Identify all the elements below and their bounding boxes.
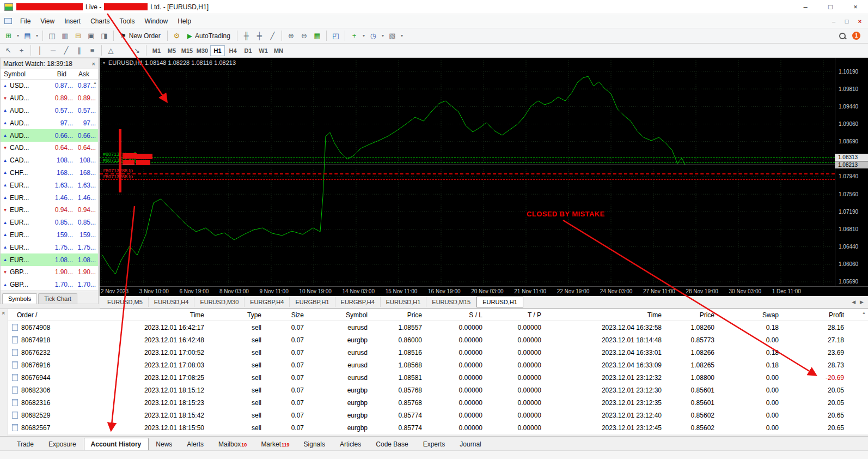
timeframe-button[interactable]: W1 [256, 45, 271, 56]
arrows-tool[interactable]: ↘ [131, 45, 143, 57]
chart-tab[interactable]: EURGBP,H4 [335, 297, 381, 307]
timeframe-button[interactable]: H1 [210, 45, 225, 56]
market-watch-toggle[interactable]: ◫ [46, 30, 58, 42]
timeframe-button[interactable]: M30 [195, 45, 210, 56]
channel-tool[interactable]: ∥ [73, 45, 85, 57]
market-watch-close-icon[interactable]: × [92, 61, 95, 67]
market-watch-tab[interactable]: Symbols [2, 293, 37, 304]
market-watch-row[interactable]: EUR... 1.08... 1.08... [1, 253, 98, 266]
history-column-header[interactable]: Order / [8, 311, 81, 319]
new-chart-button[interactable]: ⊞ [2, 30, 15, 42]
autotrading-button[interactable]: ▶ AutoTrading [184, 30, 234, 42]
notification-badge[interactable]: 1 [852, 32, 860, 40]
periods-dropdown-caret[interactable]: ▾ [380, 30, 386, 42]
terminal-tab[interactable]: Articles [333, 438, 369, 450]
line-chart-button[interactable]: ╱ [266, 30, 279, 42]
history-scroll-up[interactable]: ▲ [862, 311, 866, 315]
trendline-tool[interactable]: ╱ [60, 45, 72, 57]
menu-item[interactable]: Window [140, 14, 173, 28]
market-watch-row[interactable]: EUR... 1.46... 1.46... [1, 191, 98, 204]
market-watch-row[interactable]: GBP... 1.90... 1.90... [1, 266, 98, 279]
fibonacci-tool[interactable]: ≡ [86, 45, 99, 57]
history-row[interactable]: 80682306 2023.12.01 18:15:12 sell 0.07 e… [8, 384, 868, 396]
indicators-dropdown-caret[interactable]: ▾ [361, 30, 366, 42]
history-row[interactable]: 80682529 2023.12.01 18:15:42 sell 0.07 e… [8, 409, 868, 421]
menu-item[interactable]: Insert [59, 14, 85, 28]
market-watch-row[interactable]: AUD... 97... 97... [1, 117, 98, 129]
symbol-column-header[interactable]: Symbol [1, 70, 38, 78]
chart-tab[interactable]: EURUSD,M5 [102, 297, 149, 307]
market-watch-row[interactable]: EUR... 159... 159... [1, 229, 98, 241]
templates-button[interactable]: ▧ [386, 30, 399, 42]
terminal-tab[interactable]: Signals [297, 438, 333, 450]
history-row[interactable]: 80676916 2023.12.01 17:08:03 sell 0.07 e… [8, 359, 868, 371]
terminal-close-icon[interactable]: × [2, 310, 5, 316]
horizontal-line-tool[interactable]: ─ [47, 45, 59, 57]
history-column-header[interactable]: Time [81, 311, 204, 319]
new-chart-dropdown-caret[interactable]: ▾ [15, 30, 21, 42]
auto-arrange-button[interactable]: ▦ [311, 30, 323, 42]
history-row[interactable]: 80674918 2023.12.01 16:42:48 sell 0.07 e… [8, 334, 868, 346]
candlestick-chart-button[interactable]: ╪ [253, 30, 266, 42]
timeframe-button[interactable]: M1 [149, 45, 164, 56]
text-tool[interactable] [118, 45, 130, 57]
terminal-tab[interactable]: Account History [84, 438, 149, 450]
timeframe-button[interactable]: M15 [180, 45, 194, 56]
terminal-tab[interactable]: Alerts [180, 438, 211, 450]
market-watch-row[interactable]: CAD... 108... 108... [1, 154, 98, 167]
history-row[interactable]: 80674908 2023.12.01 16:42:17 sell 0.07 e… [8, 321, 868, 334]
profiles-button[interactable]: ▤ [21, 30, 34, 42]
market-watch-row[interactable]: GBP... 1.70... 1.70... [1, 279, 98, 291]
history-column-header[interactable]: Swap [714, 311, 779, 319]
history-column-header[interactable]: Price [662, 311, 714, 319]
history-row[interactable]: 80676232 2023.12.01 17:00:52 sell 0.07 e… [8, 346, 868, 359]
market-watch-row[interactable]: EUR... 0.94... 0.94... [1, 204, 98, 216]
timeframe-button[interactable]: H4 [225, 45, 240, 56]
chart-tab[interactable]: EURUSD,M15 [426, 297, 476, 307]
bid-column-header[interactable]: Bid [38, 70, 66, 78]
new-order-button[interactable]: ⚑ New Order [117, 30, 164, 42]
menu-item[interactable]: File [15, 14, 35, 28]
mdi-restore-button[interactable]: □ [842, 18, 852, 25]
data-window-toggle[interactable]: ▥ [59, 30, 71, 42]
history-column-header[interactable]: T / P [482, 311, 541, 319]
chart-tabs-scroll-right[interactable]: ▶ [860, 299, 864, 305]
minimize-button[interactable]: – [793, 0, 818, 14]
history-column-header[interactable]: S / L [422, 311, 482, 319]
cursor-tool[interactable]: ↖ [2, 45, 15, 57]
history-column-header[interactable]: Size [261, 311, 304, 319]
templates-dropdown-caret[interactable]: ▾ [399, 30, 405, 42]
vertical-line-tool[interactable]: │ [34, 45, 46, 57]
terminal-tab[interactable]: Trade [10, 438, 41, 450]
bar-chart-button[interactable]: ╫ [240, 30, 253, 42]
chart-tab[interactable]: EURUSD,H1 [381, 297, 427, 307]
menu-item[interactable]: Charts [85, 14, 114, 28]
navigator-toggle[interactable]: ⊟ [72, 30, 84, 42]
chart-tab[interactable]: EURGBP,H4 [244, 297, 290, 307]
market-watch-row[interactable]: CHF... 168... 168... [1, 167, 98, 179]
mdi-minimize-button[interactable]: – [829, 18, 839, 25]
history-row[interactable]: 80682567 2023.12.01 18:15:50 sell 0.07 e… [8, 421, 868, 434]
history-row[interactable]: 80682316 2023.12.01 18:15:23 sell 0.07 e… [8, 396, 868, 409]
market-watch-scroll-up[interactable]: ▲ [93, 81, 97, 84]
timeframe-button[interactable]: D1 [241, 45, 255, 56]
periods-button[interactable]: ◷ [367, 30, 380, 42]
metaeditor-button[interactable]: ⚙ [170, 30, 183, 42]
zoom-in-button[interactable]: ⊕ [285, 30, 297, 42]
market-watch-row[interactable]: EUR... 1.63... 1.63... [1, 179, 98, 191]
chart-tabs-scroll-left[interactable]: ◀ [852, 299, 855, 305]
market-watch-tab[interactable]: Tick Chart [38, 293, 77, 304]
market-watch-row[interactable]: EUR... 1.75... 1.75... [1, 241, 98, 253]
terminal-tab[interactable]: Experts [416, 438, 453, 450]
chart-tab[interactable]: EURUSD,M30 [194, 297, 244, 307]
market-watch-row[interactable]: EUR... 0.85... 0.85... [1, 216, 98, 229]
zoom-out-button[interactable]: ⊖ [298, 30, 310, 42]
history-column-header[interactable]: Symbol [304, 311, 368, 319]
menu-item[interactable]: Tools [115, 14, 140, 28]
search-icon[interactable] [838, 32, 847, 40]
terminal-tab[interactable]: Code Base [369, 438, 415, 450]
maximize-button[interactable]: □ [818, 0, 843, 14]
crosshair-tool[interactable]: + [15, 45, 28, 57]
market-watch-row[interactable]: AUD... 0.57... 0.57... [1, 105, 98, 117]
ask-column-header[interactable]: Ask [66, 70, 91, 78]
